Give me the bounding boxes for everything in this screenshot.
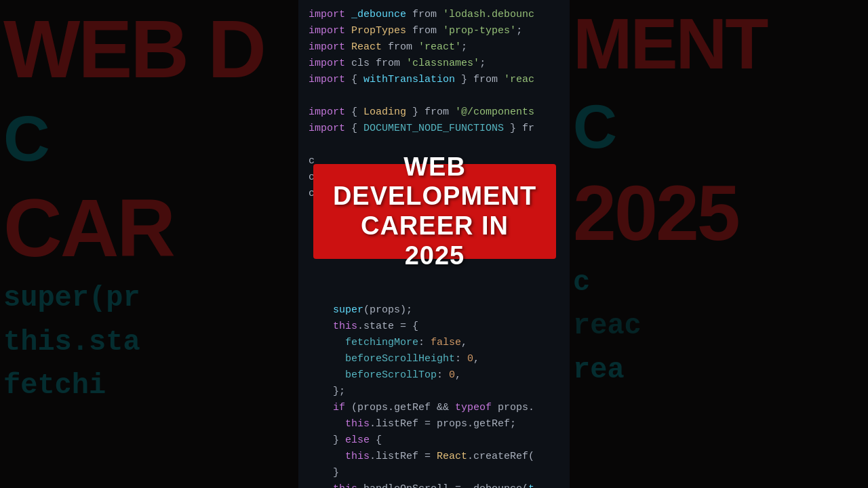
code-line-8: super(props);: [298, 302, 570, 319]
title-text: WEB DEVELOPMENT CAREER IN 2025: [327, 152, 542, 271]
code-line-7: import { DOCUMENT_NODE_FUNCTIONS } fr: [298, 121, 570, 137]
code-line-3: import React from 'react';: [298, 39, 570, 56]
code-line-blank-1: [298, 88, 570, 104]
right-dim-overlay: [570, 0, 868, 488]
code-line-16: } else {: [298, 432, 570, 449]
code-line-10: fetchingMore: false,: [298, 335, 570, 351]
title-line-2: CAREER IN 2025: [361, 211, 509, 270]
main-container: WEB D C CAR super(pr this.sta fetchi MEN…: [0, 0, 868, 488]
code-line-6: import { Loading } from '@/components: [298, 104, 570, 121]
left-dim-overlay: [0, 0, 298, 488]
code-line-11: beforeScrollHeight: 0,: [298, 351, 570, 367]
code-line-blank-2: [298, 137, 570, 153]
code-line-4: import cls from 'classnames';: [298, 56, 570, 72]
title-line-1: WEB DEVELOPMENT: [333, 152, 536, 211]
code-line-1: import _debounce from 'lodash.debounc: [298, 7, 570, 23]
code-line-2: import PropTypes from 'prop-types';: [298, 23, 570, 39]
code-line-18: }: [298, 465, 570, 481]
code-line-13: };: [298, 384, 570, 400]
code-line-19: this.handleOnScroll = _debounce(t: [298, 481, 570, 488]
code-line-12: beforeScrollTop: 0,: [298, 367, 570, 384]
code-line-14: if (props.getRef && typeof props.: [298, 400, 570, 416]
code-line-15: this.listRef = props.getRef;: [298, 416, 570, 432]
title-overlay: WEB DEVELOPMENT CAREER IN 2025: [313, 164, 556, 259]
code-line-5: import { withTranslation } from 'reac: [298, 72, 570, 88]
code-line-17: this.listRef = React.createRef(: [298, 449, 570, 465]
code-line-9: this.state = {: [298, 319, 570, 335]
